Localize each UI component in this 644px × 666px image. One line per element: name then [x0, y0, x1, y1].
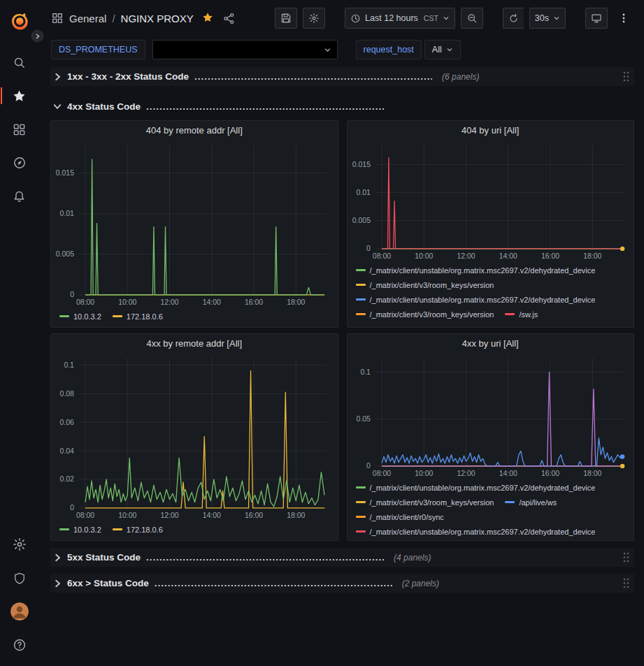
panel-404-by-uri: 404 by uri [All] 08:0010:0012:0014:0016:…: [347, 120, 635, 328]
legend-item[interactable]: /_matrix/client/v3/room_keys/version: [356, 310, 494, 319]
legend-item[interactable]: 172.18.0.6: [113, 526, 163, 534]
settings-gear-icon: [308, 13, 320, 24]
panel-title[interactable]: 404 by uri [All]: [348, 121, 634, 139]
page-title[interactable]: NGINX PROXY: [121, 13, 194, 24]
dashboard-header: General / NGINX PROXY: [38, 0, 644, 36]
legend-label: /sw.js: [519, 310, 538, 319]
breadcrumb-section[interactable]: General: [69, 13, 106, 24]
legend-label: /_matrix/client/unstable/org.matrix.msc2…: [370, 296, 596, 304]
svg-text:08:00: 08:00: [76, 298, 94, 306]
svg-text:10:00: 10:00: [415, 470, 433, 477]
legend-item[interactable]: /api/live/ws: [505, 498, 557, 507]
svg-text:12:00: 12:00: [160, 298, 178, 306]
sidebar-item-alerting[interactable]: [7, 184, 32, 209]
legend-swatch: [356, 501, 366, 503]
save-icon: [280, 13, 292, 24]
time-range-picker[interactable]: Last 12 hours CST: [345, 8, 455, 29]
sidebar: [0, 0, 38, 666]
panel-404-by-remote-addr: 404 by remote addr [All] 08:0010:0012:00…: [50, 120, 338, 328]
sidebar-item-explore[interactable]: [7, 150, 32, 175]
legend-item[interactable]: /_matrix/client/unstable/org.matrix.msc2…: [356, 266, 596, 275]
toolbar: Last 12 hours CST 30s: [275, 8, 634, 29]
legend-swatch: [356, 298, 366, 301]
more-options-button[interactable]: [613, 8, 634, 29]
sidebar-item-profile[interactable]: [7, 599, 32, 624]
legend-item[interactable]: /_matrix/client/unstable/org.matrix.msc2…: [356, 484, 596, 492]
shield-icon: [13, 572, 26, 585]
legend-item[interactable]: /_matrix/client/v3/room_keys/version: [356, 498, 494, 507]
legend-swatch: [356, 269, 366, 271]
timeseries-chart[interactable]: 08:0010:0012:0014:0016:0018:0000.020.040…: [51, 352, 338, 521]
grafana-logo-icon: [9, 11, 30, 32]
sidebar-item-search[interactable]: [7, 50, 32, 75]
row-drag-handle[interactable]: [622, 577, 630, 589]
legend-item[interactable]: 172.18.0.6: [113, 312, 163, 321]
datasource-variable-select[interactable]: [152, 40, 338, 59]
row-header-1xx-3xx-2xx[interactable]: 1xx - 3xx - 2xx Status Code ............…: [50, 67, 634, 86]
request-host-variable-select[interactable]: All: [424, 40, 461, 59]
sidebar-item-dashboards[interactable]: [7, 117, 32, 142]
legend-item[interactable]: /_matrix/client/unstable/org.matrix.msc2…: [356, 296, 596, 304]
user-avatar: [10, 602, 29, 621]
chevron-down-icon: [53, 102, 62, 110]
row-header-5xx[interactable]: 5xx Status Code ........................…: [50, 548, 634, 567]
legend-item[interactable]: /_matrix/client/unstable/org.matrix.msc2…: [356, 528, 596, 536]
sidebar-item-server-admin[interactable]: [7, 565, 32, 591]
favorite-star-icon: [202, 12, 213, 23]
zoom-out-button[interactable]: [461, 8, 483, 29]
timeseries-chart[interactable]: 08:0010:0012:0014:0016:0018:0000.050.1: [348, 352, 634, 479]
panel-title[interactable]: 4xx by uri [All]: [348, 334, 634, 352]
row-title-dots: ........................................…: [146, 101, 384, 112]
timeseries-chart[interactable]: 08:0010:0012:0014:0016:0018:0000.0050.01…: [348, 139, 634, 261]
request-host-variable-label[interactable]: request_host: [356, 40, 422, 59]
legend-item[interactable]: 10.0.3.2: [59, 312, 101, 321]
legend-swatch: [113, 528, 122, 530]
svg-text:0: 0: [366, 462, 371, 470]
apps-grid-icon: [51, 12, 64, 24]
refresh-interval-label: 30s: [535, 13, 549, 23]
datasource-variable-label[interactable]: DS_PROMETHEUS: [51, 40, 145, 59]
legend-swatch: [356, 313, 366, 315]
kiosk-mode-button[interactable]: [585, 8, 608, 29]
svg-text:10:00: 10:00: [415, 252, 433, 260]
sidebar-item-starred[interactable]: [7, 83, 32, 108]
panel-title[interactable]: 4xx by remote addr [All]: [51, 334, 338, 352]
timeseries-chart[interactable]: 08:0010:0012:0014:0016:0018:0000.0050.01…: [51, 139, 338, 307]
panel-legend: 10.0.3.2172.18.0.6: [51, 307, 338, 324]
svg-text:12:00: 12:00: [457, 470, 475, 477]
sidebar-item-help[interactable]: [7, 632, 32, 658]
legend-item[interactable]: /_matrix/client/r0/sync: [356, 513, 444, 521]
refresh-button[interactable]: [503, 8, 524, 29]
svg-text:0.04: 0.04: [60, 447, 75, 455]
svg-text:08:00: 08:00: [76, 512, 94, 519]
svg-text:0.005: 0.005: [352, 217, 370, 224]
dashboard-settings-button[interactable]: [303, 8, 325, 29]
timezone-badge: CST: [424, 14, 438, 22]
grafana-logo[interactable]: [7, 9, 32, 34]
sidebar-item-configuration[interactable]: [7, 532, 32, 557]
legend-item[interactable]: /sw.js: [505, 310, 538, 319]
legend-label: 172.18.0.6: [127, 526, 163, 534]
save-dashboard-button[interactable]: [275, 8, 297, 29]
sidebar-expand-button[interactable]: [31, 30, 43, 42]
share-button[interactable]: [223, 13, 235, 24]
row-header-4xx[interactable]: 4xx Status Code ........................…: [50, 97, 634, 115]
legend-item[interactable]: /_matrix/client/v3/room_keys/version: [356, 281, 494, 289]
row-header-6xx[interactable]: 6xx > Status Code ......................…: [50, 574, 634, 593]
row-drag-handle[interactable]: [622, 71, 630, 82]
refresh-interval-dropdown[interactable]: 30s: [529, 8, 566, 29]
row-drag-handle[interactable]: [622, 551, 630, 563]
legend-item[interactable]: 10.0.3.2: [59, 526, 101, 534]
svg-text:10:00: 10:00: [118, 512, 136, 519]
row-title: 5xx Status Code: [67, 552, 141, 563]
panel-4xx-by-uri: 4xx by uri [All] 08:0010:0012:0014:0016:…: [347, 333, 635, 541]
panel-title[interactable]: 404 by remote addr [All]: [51, 121, 338, 139]
svg-text:14:00: 14:00: [203, 512, 221, 519]
legend-label: /_matrix/client/unstable/org.matrix.msc2…: [370, 266, 596, 275]
panel-chart-area: 08:0010:0012:0014:0016:0018:0000.0050.01…: [51, 139, 338, 307]
legend-swatch: [59, 528, 69, 530]
favorite-star-button[interactable]: [202, 12, 213, 25]
legend-swatch: [356, 486, 366, 488]
svg-text:0.1: 0.1: [64, 361, 74, 369]
kebab-menu-icon: [619, 13, 629, 24]
